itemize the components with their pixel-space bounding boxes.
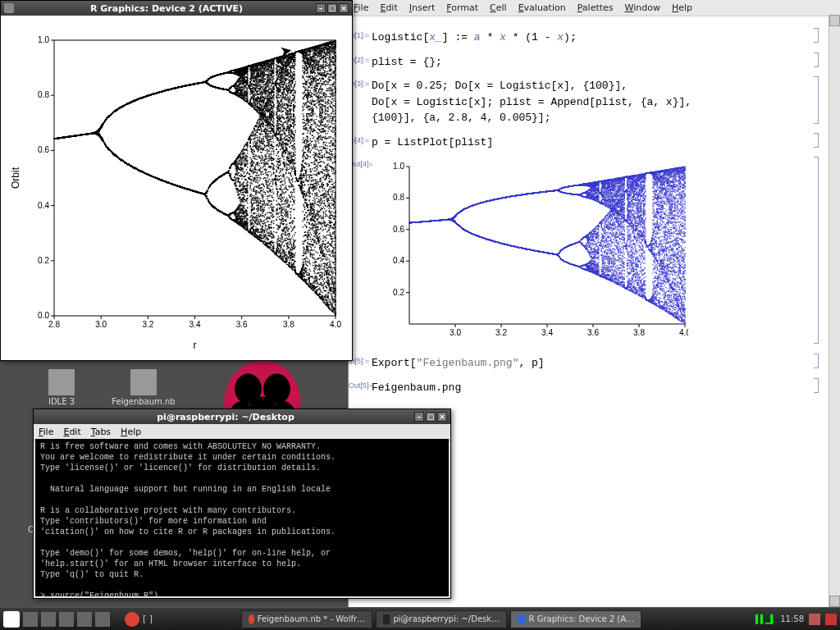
svg-rect-28199 bbox=[667, 288, 668, 289]
svg-rect-53628 bbox=[273, 115, 274, 116]
svg-rect-24554 bbox=[634, 256, 635, 257]
svg-rect-6626 bbox=[468, 232, 469, 233]
menu-cell[interactable]: Cell bbox=[490, 2, 507, 13]
svg-rect-60026 bbox=[333, 170, 334, 171]
svg-rect-28810 bbox=[673, 203, 673, 204]
svg-rect-26850 bbox=[655, 276, 656, 276]
svg-rect-16326 bbox=[558, 255, 559, 256]
svg-rect-5827 bbox=[461, 210, 462, 211]
svg-rect-53041 bbox=[267, 203, 268, 203]
taskbar-launcher-icon[interactable] bbox=[59, 612, 74, 627]
menu-tabs[interactable]: Tabs bbox=[91, 427, 111, 437]
close-icon[interactable]: × bbox=[437, 412, 447, 422]
svg-rect-54224 bbox=[279, 83, 280, 84]
svg-rect-20710 bbox=[598, 252, 599, 253]
taskbar-item-mathematica[interactable]: Feigenbaum.nb * - Wolfr… bbox=[241, 610, 372, 628]
svg-rect-27386 bbox=[660, 217, 660, 217]
svg-rect-21714 bbox=[607, 274, 608, 275]
scroll-up-icon[interactable] bbox=[829, 15, 840, 26]
scroll-down-icon[interactable] bbox=[829, 596, 840, 607]
taskbar-item-terminal[interactable]: pi@raspberrypi: ~/Desk… bbox=[376, 610, 507, 628]
menu-help[interactable]: Help bbox=[121, 427, 141, 437]
menu-evaluation[interactable]: Evaluation bbox=[518, 2, 566, 13]
svg-rect-18924 bbox=[582, 244, 582, 245]
mathematica-launcher-icon[interactable] bbox=[125, 612, 139, 627]
svg-rect-28724 bbox=[672, 169, 673, 170]
tray-icon[interactable] bbox=[809, 614, 820, 625]
menu-file[interactable]: File bbox=[354, 2, 368, 13]
maximize-icon[interactable]: ▢ bbox=[426, 412, 436, 422]
svg-rect-21836 bbox=[609, 258, 610, 258]
menu-file[interactable]: File bbox=[39, 427, 53, 437]
power-icon[interactable] bbox=[825, 614, 837, 625]
svg-rect-23112 bbox=[620, 185, 621, 186]
menu-insert[interactable]: Insert bbox=[409, 2, 436, 13]
svg-rect-54024 bbox=[277, 144, 278, 145]
svg-rect-22870 bbox=[619, 195, 619, 196]
svg-rect-24785 bbox=[636, 226, 637, 227]
taskbar-item-rgraphics[interactable]: R Graphics: Device 2 (A… bbox=[510, 610, 641, 628]
svg-rect-21026 bbox=[601, 225, 602, 226]
svg-rect-28052 bbox=[666, 226, 667, 227]
window-titlebar[interactable]: pi@raspberrypi: ~/Desktop – ▢ × bbox=[34, 409, 450, 424]
menu-edit[interactable]: Edit bbox=[63, 427, 80, 437]
taskbar-launcher-icon[interactable] bbox=[41, 612, 56, 627]
svg-rect-57452 bbox=[308, 223, 309, 224]
desktop-icon-feigenbaum[interactable]: Feigenbaum.nb bbox=[107, 369, 180, 406]
svg-rect-55906 bbox=[294, 55, 295, 56]
svg-rect-58295 bbox=[317, 182, 318, 183]
minimize-icon[interactable]: – bbox=[414, 412, 424, 422]
svg-rect-28285 bbox=[668, 294, 669, 294]
svg-rect-52629 bbox=[264, 200, 265, 201]
desktop-icon-idle3[interactable]: IDLE 3 bbox=[25, 369, 98, 406]
svg-rect-28889 bbox=[673, 208, 674, 208]
start-menu-icon[interactable] bbox=[3, 611, 20, 628]
svg-rect-29625 bbox=[680, 170, 681, 171]
menu-palettes[interactable]: Palettes bbox=[578, 2, 614, 13]
scrollbar-vertical[interactable] bbox=[829, 15, 840, 607]
svg-rect-24114 bbox=[629, 205, 630, 206]
svg-rect-22207 bbox=[612, 242, 613, 243]
svg-rect-21685 bbox=[607, 207, 608, 208]
svg-rect-24734 bbox=[636, 249, 637, 250]
svg-rect-24225 bbox=[630, 179, 631, 180]
svg-rect-28586 bbox=[671, 195, 672, 196]
svg-rect-51689 bbox=[255, 226, 256, 227]
taskbar-launcher-icon[interactable] bbox=[95, 612, 110, 627]
svg-rect-55457 bbox=[291, 231, 292, 231]
svg-rect-50847 bbox=[247, 185, 248, 185]
svg-rect-52594 bbox=[264, 147, 265, 148]
svg-rect-53414 bbox=[272, 173, 272, 174]
svg-rect-24329 bbox=[632, 271, 633, 272]
window-titlebar[interactable]: R Graphics: Device 2 (ACTIVE) – ▢ × bbox=[1, 1, 352, 16]
maximize-icon[interactable]: ▢ bbox=[327, 3, 337, 13]
svg-rect-24124 bbox=[629, 189, 630, 189]
taskbar-launcher-icon[interactable] bbox=[23, 612, 38, 627]
svg-rect-23181 bbox=[621, 188, 622, 189]
svg-rect-26987 bbox=[656, 270, 657, 271]
svg-rect-55148 bbox=[287, 112, 288, 112]
menu-edit[interactable]: Edit bbox=[380, 2, 397, 13]
menu-help[interactable]: Help bbox=[672, 2, 692, 13]
minimize-icon[interactable]: – bbox=[316, 3, 326, 13]
svg-rect-28922 bbox=[673, 253, 674, 254]
svg-rect-25372 bbox=[641, 217, 642, 218]
svg-rect-50119 bbox=[240, 192, 241, 193]
menu-format[interactable]: Format bbox=[446, 2, 478, 13]
menu-window[interactable]: Window bbox=[625, 2, 660, 13]
svg-rect-27399 bbox=[660, 186, 660, 187]
svg-rect-19820 bbox=[590, 252, 591, 253]
svg-rect-53900 bbox=[276, 211, 276, 212]
taskbar-launcher-icon[interactable] bbox=[77, 612, 92, 627]
terminal-output[interactable]: R is free software and comes with ABSOLU… bbox=[35, 439, 449, 596]
svg-rect-27207 bbox=[658, 263, 659, 264]
svg-rect-20418 bbox=[596, 226, 596, 227]
svg-rect-29746 bbox=[682, 250, 682, 251]
svg-rect-52733 bbox=[265, 79, 266, 80]
svg-rect-24928 bbox=[637, 294, 638, 295]
svg-rect-58531 bbox=[319, 293, 320, 294]
svg-rect-23302 bbox=[622, 249, 623, 250]
svg-rect-27192 bbox=[658, 238, 659, 239]
close-icon[interactable]: × bbox=[339, 3, 349, 13]
svg-rect-15926 bbox=[554, 253, 555, 254]
